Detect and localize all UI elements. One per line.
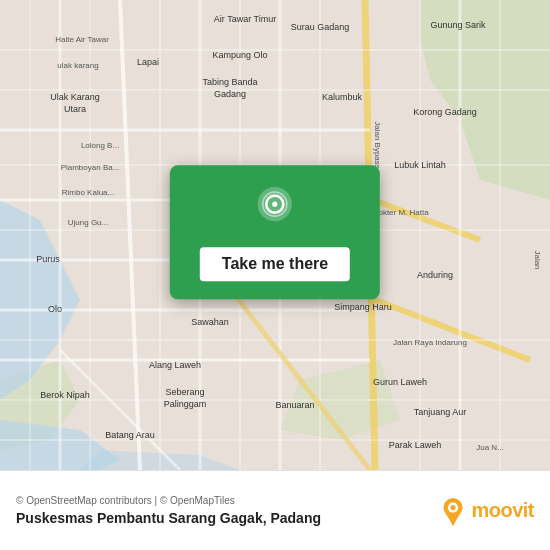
svg-text:Jalan Bypass: Jalan Bypass bbox=[373, 121, 382, 169]
svg-text:Ulak Karang: Ulak Karang bbox=[50, 92, 100, 102]
svg-text:Seberang: Seberang bbox=[165, 387, 204, 397]
svg-text:Palinggam: Palinggam bbox=[164, 399, 207, 409]
svg-text:Ujung Gu...: Ujung Gu... bbox=[68, 218, 108, 227]
svg-text:Rimbo Kalua...: Rimbo Kalua... bbox=[62, 188, 114, 197]
svg-text:Surau Gadang: Surau Gadang bbox=[291, 22, 350, 32]
svg-text:Kalumbuk: Kalumbuk bbox=[322, 92, 363, 102]
moovit-brand-text: moovit bbox=[471, 499, 534, 522]
svg-text:Tanjuang Aur: Tanjuang Aur bbox=[414, 407, 467, 417]
map-container: Air Tawar Timur Halte Air Tawar Surau Ga… bbox=[0, 0, 550, 470]
footer: © OpenStreetMap contributors | © OpenMap… bbox=[0, 470, 550, 550]
svg-text:Korong Gadang: Korong Gadang bbox=[413, 107, 477, 117]
svg-text:Gadang: Gadang bbox=[214, 89, 246, 99]
svg-text:Sawahan: Sawahan bbox=[191, 317, 229, 327]
svg-text:Parak Laweh: Parak Laweh bbox=[389, 440, 442, 450]
svg-text:Halte Air Tawar: Halte Air Tawar bbox=[55, 35, 109, 44]
svg-point-77 bbox=[272, 202, 277, 207]
svg-text:Anduring: Anduring bbox=[417, 270, 453, 280]
svg-point-81 bbox=[451, 505, 456, 510]
svg-text:Air Tawar Timur: Air Tawar Timur bbox=[214, 14, 276, 24]
svg-text:Olo: Olo bbox=[48, 304, 62, 314]
svg-text:Utara: Utara bbox=[64, 104, 86, 114]
footer-left: © OpenStreetMap contributors | © OpenMap… bbox=[16, 495, 321, 526]
svg-text:Gurun Laweh: Gurun Laweh bbox=[373, 377, 427, 387]
svg-text:Alang Laweh: Alang Laweh bbox=[149, 360, 201, 370]
attribution-text: © OpenStreetMap contributors | © OpenMap… bbox=[16, 495, 321, 506]
location-name: Puskesmas Pembantu Sarang Gagak, Padang bbox=[16, 510, 321, 526]
svg-text:Kampung Olo: Kampung Olo bbox=[212, 50, 267, 60]
svg-text:Lapai: Lapai bbox=[137, 57, 159, 67]
svg-text:ulak karang: ulak karang bbox=[57, 61, 98, 70]
svg-text:Lubuk Lintah: Lubuk Lintah bbox=[394, 160, 446, 170]
svg-text:Jalan Raya Indarung: Jalan Raya Indarung bbox=[393, 338, 467, 347]
svg-text:Lolong B...: Lolong B... bbox=[81, 141, 119, 150]
svg-text:Banuaran: Banuaran bbox=[275, 400, 314, 410]
action-card: Take me there bbox=[170, 165, 380, 299]
svg-text:Plamboyan Ba...: Plamboyan Ba... bbox=[61, 163, 120, 172]
svg-text:Jalan: Jalan bbox=[533, 250, 542, 269]
moovit-pin-icon bbox=[439, 494, 467, 528]
svg-text:Simpang Haru: Simpang Haru bbox=[334, 302, 392, 312]
location-pin-icon bbox=[251, 185, 299, 233]
svg-text:Tabing Banda: Tabing Banda bbox=[202, 77, 257, 87]
moovit-logo: moovit bbox=[439, 494, 534, 528]
take-me-there-button[interactable]: Take me there bbox=[200, 247, 350, 281]
svg-text:Gunung Sarik: Gunung Sarik bbox=[430, 20, 486, 30]
svg-text:Berok Nipah: Berok Nipah bbox=[40, 390, 90, 400]
svg-text:Purus: Purus bbox=[36, 254, 60, 264]
svg-text:Batang Arau: Batang Arau bbox=[105, 430, 155, 440]
svg-text:Jua N...: Jua N... bbox=[476, 443, 504, 452]
